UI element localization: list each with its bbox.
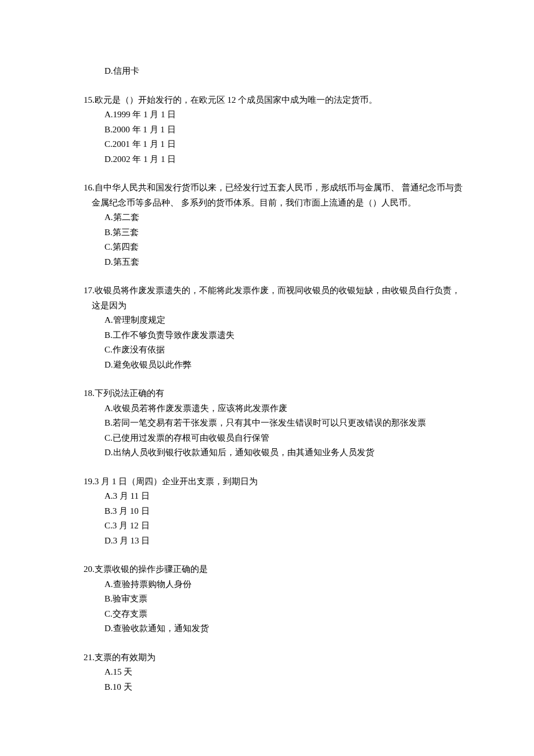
question-18-option-a: A.收银员若将作废发票遗失，应该将此发票作废 bbox=[104, 401, 464, 416]
question-21-option-a: A.15 天 bbox=[104, 665, 464, 680]
question-15-text: 15.欧元是（）开始发行的，在欧元区 12 个成员国家中成为唯一的法定货币。 bbox=[84, 93, 464, 108]
question-16-option-b: B.第三套 bbox=[104, 225, 464, 240]
question-19-option-a: A.3 月 11 日 bbox=[104, 489, 464, 504]
question-17-option-a: A.管理制度规定 bbox=[104, 313, 464, 328]
question-20-option-c: C.交存支票 bbox=[104, 607, 464, 622]
question-17-option-c: C.作废没有依据 bbox=[104, 343, 464, 358]
question-18-option-b: B.若同一笔交易有若干张发票，只有其中一张发生错误时可以只更改错误的那张发票 bbox=[104, 416, 464, 431]
question-16-option-a: A.第二套 bbox=[104, 210, 464, 225]
question-20-option-d: D.查验收款通知，通知发货 bbox=[104, 621, 464, 636]
question-17-option-b: B.工作不够负责导致作废发票遗失 bbox=[104, 328, 464, 343]
question-20-text: 20.支票收银的操作步骤正确的是 bbox=[84, 562, 464, 577]
question-21-option-b: B.10 天 bbox=[104, 680, 464, 695]
question-17-text: 17.收银员将作废发票遗失的，不能将此发票作废，而视同收银员的收银短缺，由收银员… bbox=[84, 283, 464, 313]
question-20-option-a: A.查验持票购物人身份 bbox=[104, 577, 464, 592]
question-19-option-b: B.3 月 10 日 bbox=[104, 504, 464, 519]
question-21: 21.支票的有效期为 A.15 天 B.10 天 bbox=[75, 650, 464, 695]
question-18: 18.下列说法正确的有 A.收银员若将作废发票遗失，应该将此发票作废 B.若同一… bbox=[75, 386, 464, 460]
question-19-option-c: C.3 月 12 日 bbox=[104, 519, 464, 534]
question-17: 17.收银员将作废发票遗失的，不能将此发票作废，而视同收银员的收银短缺，由收银员… bbox=[75, 283, 464, 372]
question-15-option-d: D.2002 年 1 月 1 日 bbox=[104, 152, 464, 167]
question-17-option-d: D.避免收银员以此作弊 bbox=[104, 358, 464, 373]
question-19: 19.3 月 1 日（周四）企业开出支票，到期日为 A.3 月 11 日 B.3… bbox=[75, 474, 464, 549]
question-15-option-a: A.1999 年 1 月 1 日 bbox=[104, 107, 464, 123]
question-16-option-d: D.第五套 bbox=[104, 255, 464, 270]
question-15: 15.欧元是（）开始发行的，在欧元区 12 个成员国家中成为唯一的法定货币。 A… bbox=[75, 93, 464, 167]
question-18-option-c: C.已使用过发票的存根可由收银员自行保管 bbox=[104, 431, 464, 446]
question-21-text: 21.支票的有效期为 bbox=[84, 650, 464, 665]
orphan-option-d: D.信用卡 bbox=[104, 64, 464, 79]
question-15-option-c: C.2001 年 1 月 1 日 bbox=[104, 137, 464, 152]
question-15-option-b: B.2000 年 1 月 1 日 bbox=[104, 123, 464, 138]
question-20: 20.支票收银的操作步骤正确的是 A.查验持票购物人身份 B.验审支票 C.交存… bbox=[75, 562, 464, 636]
question-18-option-d: D.出纳人员收到银行收款通知后，通知收银员，由其通知业务人员发货 bbox=[104, 445, 464, 460]
question-19-option-d: D.3 月 13 日 bbox=[104, 534, 464, 549]
question-16: 16.自中华人民共和国发行货币以来，已经发行过五套人民币，形成纸币与金属币、 普… bbox=[75, 181, 464, 269]
question-18-text: 18.下列说法正确的有 bbox=[84, 386, 464, 401]
question-16-option-c: C.第四套 bbox=[104, 240, 464, 255]
question-19-text: 19.3 月 1 日（周四）企业开出支票，到期日为 bbox=[84, 474, 464, 489]
question-20-option-b: B.验审支票 bbox=[104, 592, 464, 607]
question-16-text: 16.自中华人民共和国发行货币以来，已经发行过五套人民币，形成纸币与金属币、 普… bbox=[84, 181, 464, 210]
